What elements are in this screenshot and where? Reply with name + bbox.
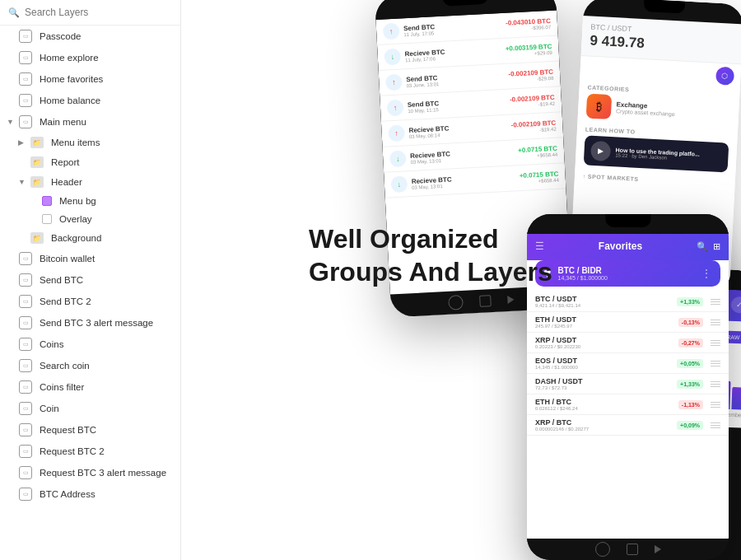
layer-item-home-balance[interactable]: ▭Home balance: [0, 90, 180, 111]
layer-label: Search coin: [40, 361, 174, 371]
folder-icon: 📁: [30, 156, 44, 168]
fav-sub: 0.20223 / $0.202230: [535, 344, 674, 349]
change-badge: -0,13%: [678, 318, 703, 327]
chart-bar: [732, 387, 741, 410]
layer-item-menu-items[interactable]: ▶📁Menu items: [0, 133, 180, 152]
layer-item-send-btc-3[interactable]: ▭Send BTC 3 alert message: [0, 312, 180, 334]
layer-label: Header: [51, 177, 174, 187]
rt-btn: ⬡: [715, 67, 734, 86]
screen-icon: ▭: [19, 466, 32, 479]
fav-pair-info: XRP / USDT 0.20223 / $0.202230: [535, 336, 674, 349]
fav-pair: XRP / USDT: [535, 336, 674, 344]
screen-icon: ▭: [19, 30, 32, 43]
tx-icon: ↑: [388, 124, 405, 142]
rb-check-icon: ✓: [730, 296, 741, 314]
fav-list-item: XRP / USDT 0.20223 / $0.202230 -0,27%: [527, 333, 729, 353]
fav-card-pair: BTC / BIDR: [558, 266, 695, 275]
search-bar[interactable]: 🔍: [0, 0, 180, 26]
screen-icon: ▭: [19, 72, 32, 86]
layer-item-passcode[interactable]: ▭Passcode: [0, 26, 180, 47]
rt-video: ▶ How to use the trading platfo... 15:22…: [584, 135, 729, 172]
change-badge: +1,33%: [677, 297, 703, 306]
rt-cat-info: Exchange Crypto asset exchange: [616, 100, 675, 117]
fav-list-item: ETH / USDT 245.97 / $245.97 -0,13%: [527, 312, 729, 333]
layer-item-bitcoin-wallet[interactable]: ▭Bitcoin wallet: [0, 248, 180, 269]
screen-icon: ▭: [19, 402, 32, 415]
screen-icon: ▭: [19, 338, 32, 351]
fav-card-price: 14,345 / $1.000000: [558, 275, 695, 281]
tx-icon: ↓: [389, 150, 407, 167]
headline-line2: Groups And Layers: [309, 255, 552, 288]
folder-icon: 📁: [30, 176, 44, 188]
layer-item-request-btc-2[interactable]: ▭Request BTC 2: [0, 441, 180, 462]
change-badge: +0,09%: [677, 421, 703, 430]
layer-item-send-btc[interactable]: ▭Send BTC: [0, 269, 180, 291]
fav-sub: 14,345 / $1.000000: [535, 365, 673, 370]
fav-pair: ETH / USDT: [535, 315, 674, 324]
layer-label: Coins: [40, 339, 174, 349]
tx-icon: ↓: [384, 48, 401, 65]
layer-label: Request BTC 2: [40, 446, 174, 456]
menu-lines: [711, 320, 720, 325]
phone-center: ☰ Favorites 🔍 ⊞ ♥ BTC / BIDR 14,345 / $1…: [527, 214, 729, 560]
layer-label: Request BTC 3 alert message: [40, 468, 174, 478]
tx-amount: +0.0715 BTC +$658.44: [518, 144, 558, 158]
tx-amount: -0.002109 BTC -$19.42: [510, 93, 555, 108]
folder-icon: 📁: [30, 137, 44, 148]
layer-label: Home explore: [40, 53, 174, 63]
fav-header: ☰ Favorites 🔍 ⊞: [527, 234, 729, 260]
tx-details: Recieve BTC 03 May, 13:01: [411, 172, 515, 190]
fav-card: ♥ BTC / BIDR 14,345 / $1.000000 ⋮: [535, 260, 720, 287]
search-input[interactable]: [25, 7, 172, 18]
fav-pair: EOS / USDT: [535, 357, 673, 365]
tx-amount: -0.043010 BTC -$396.07: [506, 16, 551, 31]
tx-icon: ↑: [385, 73, 403, 91]
layer-label: Coins filter: [40, 382, 174, 392]
layer-item-main-menu[interactable]: ▼▭Main menu: [0, 111, 180, 133]
tx-details: Send BTC 03 June, 13:01: [406, 70, 505, 87]
layer-item-overlay[interactable]: Overlay: [0, 210, 180, 228]
menu-lines: [711, 422, 720, 428]
layer-item-request-btc[interactable]: ▭Request BTC: [0, 419, 180, 441]
change-badge: -1,13%: [678, 400, 703, 409]
menu-lines: [711, 402, 720, 408]
tx-amount: -0.002109 BTC -$29.08: [508, 68, 553, 82]
search-icon: 🔍: [8, 7, 20, 18]
fav-items-list: BTC / USDT 9,421.14 / $9,421.14 +1,33% E…: [527, 292, 729, 436]
layer-item-header[interactable]: ▼📁Header: [0, 172, 180, 192]
main-content: Well Organized Groups And Layers ↑ Send …: [181, 0, 741, 560]
qr-icon: ⊞: [713, 241, 720, 252]
layer-item-btc-address[interactable]: ▭BTC Address: [0, 483, 180, 505]
layer-item-search-coin[interactable]: ▭Search coin: [0, 355, 180, 376]
layer-item-request-btc-3[interactable]: ▭Request BTC 3 alert message: [0, 462, 180, 483]
screen-icon: ▭: [19, 273, 32, 287]
layer-label: Report: [51, 157, 174, 167]
layer-item-background[interactable]: 📁Background: [0, 228, 180, 248]
screen-icon: ▭: [19, 94, 32, 107]
change-badge: +1,33%: [677, 380, 703, 389]
layer-label: Menu bg: [59, 196, 174, 206]
layer-item-send-btc-2[interactable]: ▭Send BTC 2: [0, 291, 180, 312]
headline: Well Organized Groups And Layers: [309, 222, 552, 288]
screen-icon: ▭: [19, 115, 32, 128]
layer-item-report[interactable]: 📁Report: [0, 152, 180, 172]
fav-list-item: XRP / BTC 0.000002146 / $0.20277 +0,09%: [527, 415, 729, 436]
change-badge: +0,05%: [677, 359, 703, 368]
layer-item-coins-filter[interactable]: ▭Coins filter: [0, 376, 180, 398]
layer-label: Menu items: [51, 138, 174, 147]
screen-icon: ▭: [19, 252, 32, 265]
rt-cat-item: ₿ Exchange Crypto asset exchange: [586, 94, 731, 126]
layer-item-home-favorites[interactable]: ▭Home favorites: [0, 68, 180, 90]
layer-item-home-explore[interactable]: ▭Home explore: [0, 47, 180, 68]
tx-icon: ↓: [390, 175, 408, 193]
rect-icon: [42, 196, 52, 206]
layer-label: BTC Address: [40, 489, 174, 499]
screen-icon: ▭: [19, 359, 32, 372]
layer-label: Coin: [40, 404, 174, 413]
fav-list-item: DASH / USDT 72,73 / $72.73 +1,33%: [527, 374, 729, 394]
layer-label: Home balance: [40, 96, 174, 105]
layer-item-coin[interactable]: ▭Coin: [0, 398, 180, 419]
layer-item-menu-bg[interactable]: Menu bg: [0, 192, 180, 210]
layer-item-coins[interactable]: ▭Coins: [0, 334, 180, 355]
layer-label: Send BTC: [40, 275, 174, 285]
